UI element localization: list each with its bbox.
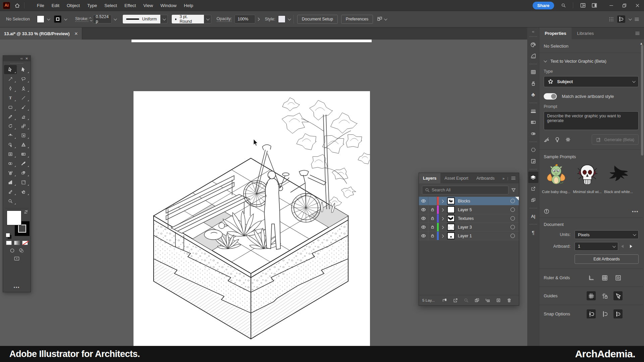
collapse-icon[interactable]: ‹‹ — [20, 57, 23, 60]
stroke-weight-value[interactable]: 0.5224 p — [93, 15, 112, 23]
snap-chevron-icon[interactable] — [629, 17, 632, 20]
preferences-button[interactable]: Preferences — [341, 15, 373, 24]
bird-thumbnail[interactable] — [606, 162, 631, 187]
touch-workspace-icon[interactable] — [609, 17, 614, 22]
expand-chevron-icon[interactable] — [441, 216, 446, 221]
lock-icon[interactable] — [428, 223, 437, 231]
document-setup-button[interactable]: Document Setup — [297, 15, 338, 24]
paragraph-panel-icon[interactable]: ¶ — [528, 227, 538, 238]
layer-row[interactable]: Layer 5 — [419, 205, 519, 214]
lock-icon[interactable] — [428, 205, 437, 214]
tool-magic-wand[interactable] — [4, 74, 17, 83]
layer-target-icon[interactable] — [511, 216, 515, 221]
locate-object-icon[interactable] — [461, 298, 472, 303]
color-panel-icon[interactable] — [528, 39, 538, 50]
units-dropdown[interactable]: Pixels — [575, 230, 639, 239]
tool-rectangle[interactable] — [4, 103, 17, 112]
skull-thumbnail[interactable] — [575, 162, 599, 187]
panel-menu-icon[interactable] — [511, 176, 516, 181]
artboard-input[interactable] — [578, 244, 605, 249]
tab-libraries[interactable]: Libraries — [572, 27, 599, 39]
close-button[interactable] — [631, 3, 644, 8]
graphic-styles-panel-icon[interactable] — [528, 156, 538, 167]
swatches-panel-icon[interactable] — [528, 66, 538, 78]
layer-row[interactable]: Textures — [419, 214, 519, 223]
asset-export-panel-icon[interactable] — [528, 183, 538, 194]
stroke-panel-icon[interactable] — [528, 105, 538, 117]
layer-name[interactable]: Blocks — [458, 199, 511, 203]
stroke-weight-label[interactable]: Stroke: — [75, 16, 89, 22]
tool-blend[interactable] — [4, 159, 17, 168]
fill-color-well[interactable] — [7, 210, 21, 225]
panel-collapse-icon[interactable]: » — [502, 176, 504, 180]
share-button[interactable]: Share — [533, 2, 554, 9]
opacity-value[interactable]: 100% — [234, 15, 255, 23]
brushes-panel-icon[interactable] — [528, 78, 538, 89]
filter-icon[interactable] — [511, 188, 516, 192]
layer-name[interactable]: Layer 5 — [458, 207, 511, 212]
drag-gripper[interactable] — [10, 63, 23, 64]
layer-target-icon[interactable] — [511, 234, 515, 238]
tool-pen[interactable] — [4, 84, 17, 93]
stroke-swatch[interactable] — [54, 15, 61, 23]
brush-definition-combo[interactable]: 3 pt. Round — [172, 15, 204, 23]
tool-column-graph[interactable] — [4, 178, 17, 187]
prev-artboard-icon[interactable] — [621, 245, 624, 248]
artboards-panel-icon[interactable] — [528, 194, 538, 206]
sample-prompt-skull[interactable]: Minimal skull wi... — [575, 162, 600, 194]
tab-artboards[interactable]: Artboards — [472, 173, 498, 183]
properties-scrollbar[interactable] — [641, 41, 643, 343]
swap-fill-stroke-icon[interactable] — [24, 210, 28, 214]
smart-guides-icon[interactable] — [613, 291, 623, 300]
tool-shape-builder[interactable] — [4, 140, 17, 149]
menu-window[interactable]: Window — [157, 1, 180, 10]
document-tab[interactable]: 13.ai* @ 33.33 % (RGB/Preview) ✕ — [0, 27, 82, 40]
layer-target-icon[interactable] — [511, 225, 515, 229]
stroke-stepper[interactable] — [90, 17, 92, 21]
new-sublayer-icon[interactable] — [482, 298, 493, 303]
t2v-type-dropdown[interactable]: Subject — [544, 76, 639, 87]
style-swatch[interactable] — [278, 15, 285, 23]
tool-width-tool[interactable] — [4, 131, 17, 140]
edit-toolbar-ellipsis[interactable]: ••• — [3, 285, 31, 290]
width-profile-chevron[interactable] — [160, 15, 168, 23]
visibility-eye-icon[interactable] — [419, 232, 428, 240]
dock-collapse-icon[interactable]: ‹‹ — [528, 29, 538, 34]
brush-definition-chevron[interactable] — [204, 15, 211, 23]
make-clipping-mask-icon[interactable] — [472, 298, 482, 303]
home-icon[interactable] — [14, 3, 20, 8]
close-panel-icon[interactable]: ✕ — [25, 57, 28, 60]
settings-gear-icon[interactable] — [565, 137, 571, 142]
layer-thumbnail[interactable] — [447, 197, 455, 204]
layer-target-icon[interactable] — [511, 199, 515, 203]
app-icon[interactable]: Ai — [3, 2, 10, 9]
tool-eraser[interactable] — [17, 112, 30, 121]
layer-name[interactable]: Textures — [458, 216, 511, 221]
color-button[interactable] — [6, 241, 12, 245]
appearance-panel-icon[interactable] — [528, 144, 538, 156]
suggestions-icon[interactable] — [554, 137, 560, 142]
transparency-panel-icon[interactable] — [528, 128, 538, 139]
gradient2-panel-icon[interactable] — [528, 117, 538, 128]
menu-type[interactable]: Type — [84, 1, 101, 10]
tool-curvature[interactable] — [17, 84, 30, 93]
menu-effect[interactable]: Effect — [121, 1, 140, 10]
layer-thumbnail[interactable] — [447, 215, 455, 222]
layer-row[interactable]: Blocks — [419, 197, 519, 205]
tool-line-segment[interactable] — [17, 93, 30, 102]
expand-chevron-icon[interactable] — [441, 207, 446, 212]
tab-properties[interactable]: Properties — [539, 27, 572, 39]
character-panel-icon[interactable]: A| — [528, 210, 538, 222]
tool-scale[interactable] — [17, 121, 30, 130]
tab-asset-export[interactable]: Asset Export — [440, 173, 472, 183]
workspace-switcher-icon[interactable] — [589, 3, 600, 8]
info-icon[interactable] — [544, 208, 549, 214]
collect-for-export-icon[interactable] — [439, 298, 450, 303]
next-artboard-icon[interactable] — [630, 245, 632, 248]
search-icon[interactable] — [558, 3, 569, 8]
tab-layers[interactable]: Layers — [419, 173, 440, 183]
more-options-icon[interactable]: ••• — [632, 209, 639, 214]
expand-chevron-icon[interactable] — [441, 199, 446, 203]
tool-symbol-stack[interactable] — [17, 168, 30, 177]
tool-pencil[interactable] — [4, 112, 17, 121]
